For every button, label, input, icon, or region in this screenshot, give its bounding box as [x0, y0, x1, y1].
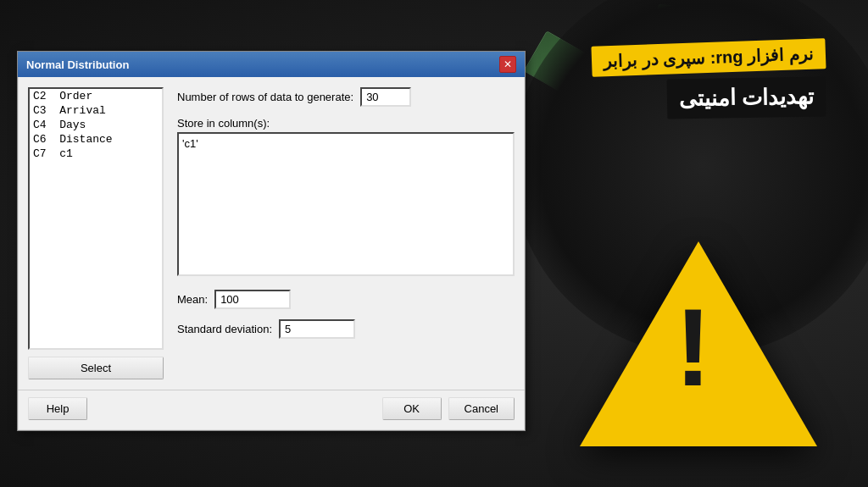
store-row: Store in column(s): 'c1' [177, 117, 515, 279]
cancel-button[interactable]: Cancel [448, 397, 515, 420]
dialog-close-button[interactable]: ✕ [499, 56, 516, 73]
dialog-footer: Help OK Cancel [18, 390, 525, 430]
column-item-c4[interactable]: C4 Days [30, 118, 162, 132]
stddev-input[interactable] [279, 319, 355, 339]
rows-row: Number of rows of data to generate: [177, 87, 515, 107]
footer-right-buttons: OK Cancel [382, 397, 515, 420]
warning-triangle [580, 241, 817, 446]
help-button[interactable]: Help [28, 397, 87, 420]
mean-label: Mean: [177, 293, 208, 306]
stddev-row: Standard deviation: [177, 319, 515, 339]
ok-button[interactable]: OK [382, 397, 442, 420]
mean-row: Mean: [177, 290, 515, 309]
rows-label: Number of rows of data to generate: [177, 91, 353, 103]
column-item-c3[interactable]: C3 Arrival [30, 103, 162, 118]
store-label: Store in column(s): [177, 117, 515, 130]
dialog-title: Normal Distribution [26, 58, 129, 71]
dialog-body: C2 Order C3 Arrival C4 Days C6 Distance … [18, 77, 525, 390]
stddev-label: Standard deviation: [177, 323, 272, 335]
dialog-titlebar: Normal Distribution ✕ [18, 52, 525, 77]
dialog-overlay: Normal Distribution ✕ C2 Order C3 Arriva… [17, 51, 526, 431]
form-panel: Number of rows of data to generate: Stor… [177, 87, 515, 379]
persian-line1: نرم افزار rng: سپری در برابر [592, 38, 826, 77]
normal-distribution-dialog: Normal Distribution ✕ C2 Order C3 Arriva… [17, 51, 526, 431]
warning-section [580, 241, 817, 479]
store-textarea[interactable]: 'c1' [177, 132, 515, 276]
rows-input[interactable] [360, 87, 411, 107]
mean-input[interactable] [214, 290, 291, 309]
persian-banner: نرم افزار rng: سپری در برابر تهدیدات امن… [592, 42, 826, 118]
column-listbox[interactable]: C2 Order C3 Arrival C4 Days C6 Distance … [28, 87, 164, 350]
column-item-c6[interactable]: C6 Distance [30, 132, 162, 147]
column-item-c7[interactable]: C7 c1 [30, 147, 162, 161]
column-list-panel: C2 Order C3 Arrival C4 Days C6 Distance … [28, 87, 164, 379]
select-button[interactable]: Select [28, 357, 164, 379]
column-item-c2[interactable]: C2 Order [30, 89, 162, 103]
persian-line2: تهدیدات امنیتی [666, 76, 826, 119]
